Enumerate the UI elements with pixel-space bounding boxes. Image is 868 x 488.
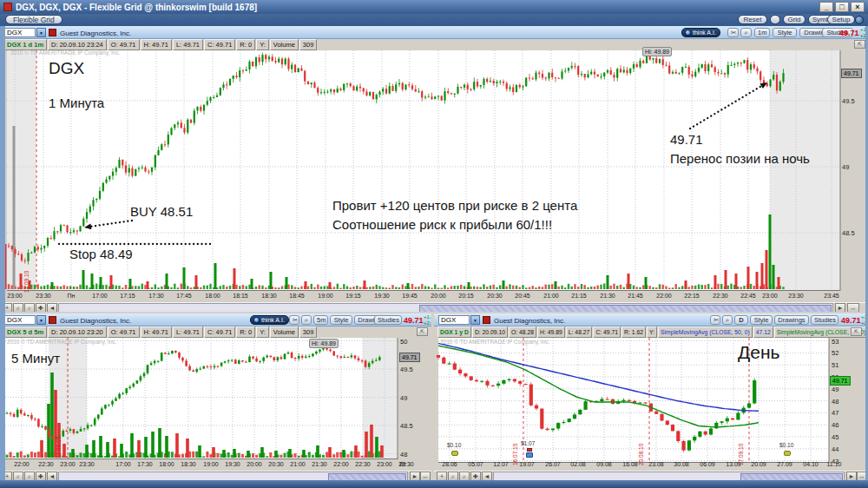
magnifier-icon[interactable]: ⌕ — [301, 315, 312, 325]
dividend-marker-2[interactable]: $0.10 — [779, 442, 793, 448]
maximize-cell-button[interactable]: ⇱ — [851, 327, 862, 336]
style-button[interactable]: Style — [773, 28, 797, 37]
scroll-left-arrow[interactable]: ◄ — [482, 472, 492, 480]
zoom-out-icon[interactable]: ⌕ — [13, 303, 23, 312]
annotation-timeframe: День — [738, 342, 779, 363]
watermark: 2010 © TD AMERITRADE IP Company, Inc. — [7, 339, 117, 345]
vline-date-2: 20.08.10 — [638, 444, 644, 465]
x-tick: 17:00 — [87, 293, 113, 299]
cell-close: C: 49.71 — [593, 326, 621, 338]
timeframe-button[interactable]: 5m — [313, 315, 328, 325]
chart-header-5min: ▼ Guest Diagnostics, Inc. think A.I. ✂ ⌕… — [0, 313, 431, 326]
session-date-label: 17.09.10 — [23, 271, 30, 293]
save-workspace-button[interactable] — [770, 15, 780, 24]
think-ai-button[interactable]: think A.I. — [250, 315, 289, 325]
scissors-icon[interactable]: ✂ — [289, 315, 299, 325]
x-tick: 19:15 — [340, 293, 366, 299]
maximize-button[interactable]: □ — [835, 2, 849, 12]
dividend-icon-2[interactable] — [784, 451, 791, 456]
symbol-input[interactable] — [4, 315, 36, 325]
dividend-icon-1[interactable] — [451, 451, 458, 456]
candlestick-chart-daily[interactable] — [434, 338, 868, 463]
cell-y: Y: — [256, 326, 269, 338]
scroll-track[interactable] — [493, 472, 845, 480]
symbol-dropdown-icon[interactable]: ▼ — [470, 315, 480, 325]
timeframe-button[interactable]: D — [734, 315, 748, 325]
scroll-right-arrow[interactable]: ► — [410, 472, 420, 480]
scroll-left-arrow[interactable]: ◄ — [47, 303, 57, 312]
symbol-dropdown-icon[interactable]: ▼ — [36, 315, 46, 325]
cell-volume-value: 309 — [299, 39, 318, 50]
close-button[interactable]: × — [851, 2, 865, 12]
pan-hand-icon[interactable]: ✚ — [470, 472, 481, 480]
studies-button[interactable]: Studies — [811, 315, 838, 325]
earnings-icon-red[interactable] — [527, 448, 532, 452]
fit-width-button[interactable]: ↔ — [847, 303, 859, 312]
studies-button[interactable]: Studies — [374, 315, 402, 325]
scissors-icon[interactable]: ✂ — [710, 315, 720, 325]
pan-hand-icon[interactable]: ✚ — [36, 472, 46, 480]
minimize-button[interactable]: _ — [819, 2, 833, 12]
scrollbar-1min[interactable]: + ⌕ ⌕ ✚ ◄ ► ↔ — [0, 302, 868, 312]
x-tick: 23:45 — [819, 293, 845, 299]
price-change: +1.44+2.9% — [424, 314, 431, 326]
symbol-input[interactable] — [4, 28, 36, 37]
scroll-right-arrow[interactable]: ► — [835, 303, 845, 312]
maximize-cell-button[interactable]: ⇱ — [417, 327, 428, 336]
scroll-track[interactable] — [58, 303, 833, 312]
maximize-cell-button[interactable]: ⇱ — [854, 40, 865, 49]
scroll-track[interactable] — [58, 472, 408, 480]
scroll-thumb[interactable] — [740, 473, 843, 480]
dividend-marker-1[interactable]: $0.10 — [447, 442, 461, 448]
x-tick: 23:30 — [30, 293, 56, 299]
style-button[interactable]: Style — [330, 315, 352, 325]
zoom-reset-icon[interactable]: ⌕ — [24, 303, 35, 312]
symbol-input[interactable] — [438, 315, 470, 325]
zoom-out-icon[interactable]: ⌕ — [448, 472, 458, 480]
time-axis-1min: 23:0023:30Пн17:0017:1517:3017:4518:0018:… — [0, 291, 868, 301]
style-button[interactable]: Style — [750, 315, 773, 325]
y-tick: 49 — [832, 386, 838, 393]
earnings-marker[interactable]: $1.07 — [521, 440, 535, 446]
cell-high: H: 49.71 — [141, 326, 172, 338]
think-ai-button[interactable]: think A.I. — [681, 28, 720, 37]
x-tick: 30.08 — [668, 461, 694, 467]
zoom-reset-icon[interactable]: ⌕ — [24, 472, 35, 480]
x-tick: 23:00 — [757, 293, 783, 299]
fit-width-button[interactable]: ↔ — [420, 472, 431, 480]
zoom-reset-icon[interactable]: ⌕ — [459, 472, 470, 480]
zoom-out-icon[interactable]: ⌕ — [13, 472, 23, 480]
scroll-left-arrow[interactable]: ◄ — [47, 472, 57, 480]
x-tick: 06.09 — [694, 461, 720, 467]
scroll-thumb[interactable] — [419, 305, 832, 312]
timeframe-button[interactable]: 1m — [754, 28, 770, 37]
scroll-right-arrow[interactable]: ► — [846, 472, 857, 480]
cell-close: C: 49.71 — [204, 39, 235, 50]
x-tick: 22:00 — [651, 293, 677, 299]
alerts-button[interactable] — [855, 16, 864, 24]
linked-color-icon[interactable] — [49, 29, 56, 36]
cell-high: H: 49.89 — [537, 326, 565, 338]
scrollbar-5min[interactable]: + ⌕ ⌕ ✚ ◄ ► ↔ — [0, 471, 431, 480]
pan-hand-icon[interactable]: ✚ — [36, 303, 46, 312]
flexible-grid-tab[interactable]: Flexible Grid — [5, 15, 62, 24]
scroll-thumb[interactable] — [328, 473, 406, 480]
grid-button[interactable]: Grid — [783, 15, 806, 24]
reset-button[interactable]: Reset — [738, 15, 767, 24]
scissors-icon[interactable]: ✂ — [727, 28, 739, 37]
drawings-button[interactable]: Drawings — [774, 315, 809, 325]
earnings-icon-blue[interactable] — [526, 452, 533, 458]
magnifier-icon[interactable]: ⌕ — [740, 28, 752, 37]
zoom-in-button[interactable]: + — [437, 472, 447, 480]
setup-button[interactable]: Setup — [827, 15, 855, 24]
scrollbar-daily[interactable]: + ⌕ ⌕ ✚ ◄ ► ↔ — [434, 471, 868, 480]
candlestick-chart-5min[interactable] — [0, 338, 431, 459]
linked-color-icon[interactable] — [49, 316, 56, 324]
magnifier-icon[interactable]: ⌕ — [722, 315, 733, 325]
x-tick: 21:45 — [622, 293, 648, 299]
cell-volume-value: 309 — [299, 326, 318, 338]
x-tick: 22:00 — [9, 461, 35, 467]
linked-color-icon[interactable] — [483, 316, 490, 324]
title-bar[interactable]: DGX, DGX, DGX - Flexible Grid @ thinkors… — [0, 0, 868, 14]
symbol-dropdown-icon[interactable]: ▼ — [36, 28, 46, 37]
